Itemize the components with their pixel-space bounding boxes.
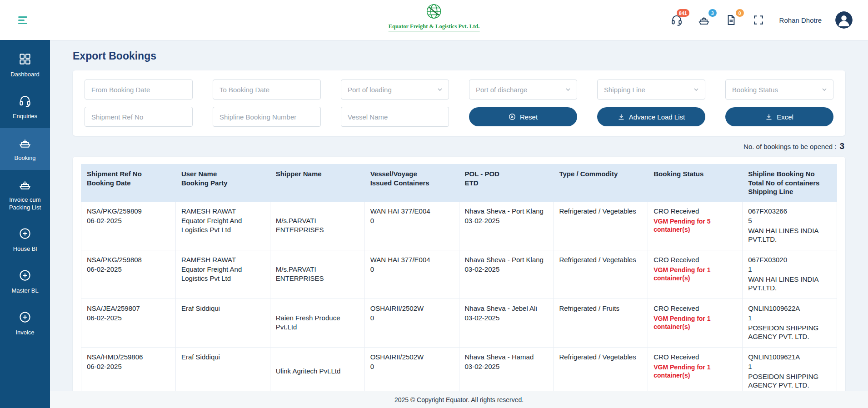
column-header: Shipline Booking NoTotal No of container… [743,164,837,202]
cell-text: WAN HAI LINES INDIA PVT.LTD. [748,275,831,293]
cell-text: Eraf Siddiqui [181,304,264,313]
table-cell: M/s.PARVATI ENTERPRISES [270,250,364,299]
table-cell: Refrigerated / Fruits [554,299,648,347]
column-header-line: ETD [465,179,548,188]
table-row[interactable]: NSA/HMD/25980606-02-2025Eraf SiddiquiUli… [81,347,837,391]
cell-text: NSA/JEA/259807 [87,304,170,313]
column-header-line: POL - POD [465,169,548,179]
bookings-table: Shipment Ref NoBooking DateUser NameBook… [81,164,837,391]
table-cell: Nhava Sheva - Port Klang03-02-2025 [459,201,554,250]
column-header-line: Booking Date [87,179,170,188]
to-booking-date-input[interactable] [213,80,321,100]
cell-text: 067FX03266 [748,207,831,216]
table-row[interactable]: NSA/JEA/25980706-02-2025Eraf SiddiquiRai… [81,299,837,347]
excel-label: Excel [777,113,793,121]
sidebar-item-invoice-cum-packing-list[interactable]: Invoice cum Packing List [0,170,50,219]
table-cell: CRO ReceivedVGM Pending for 1 container(… [648,347,743,391]
sidebar-item-master-bl[interactable]: Master BL [0,261,50,303]
sidebar-item-booking[interactable]: Booking [0,128,50,170]
table-cell: Ulink Agritech Pvt.Ltd [270,347,364,391]
cell-text: 5 [748,216,831,225]
column-header: User NameBooking Party [175,164,270,202]
column-header-line: User Name [181,169,264,179]
download-icon [618,113,625,120]
sidebar-item-label: Dashboard [10,71,40,79]
table-row[interactable]: NSA/PKG/25980806-02-2025RAMESH RAWATEqua… [81,250,837,299]
page-title: Export Bookings [73,50,845,62]
shipline-booking-number-input[interactable] [213,107,321,127]
cell-text: Refrigerated / Fruits [559,304,642,313]
sidebar-item-house-bl[interactable]: House Bl [0,219,50,261]
table-cell: M/s.PARVATI ENTERPRISES [270,201,364,250]
advance-load-list-button[interactable]: Advance Load List [597,107,705,126]
ship-icon [18,178,32,193]
column-header-line: Shipping Line [748,187,831,196]
cell-text: NSA/PKG/259808 [87,255,170,264]
cell-text: 0 [370,313,454,323]
cell-text: 03-02-2025 [465,362,548,371]
table-cell: RAMESH RAWATEquator Freight And Logistic… [175,250,270,299]
table-cell: 067FX030201WAN HAI LINES INDIA PVT.LTD. [743,250,837,299]
hamburger-menu-icon[interactable] [18,16,27,24]
table-cell: CRO ReceivedVGM Pending for 5 container(… [648,201,743,250]
select-value: Shipping Line [604,86,645,94]
filter-panel: Port of loading Port of discharge Shippi… [73,70,845,136]
table-cell: OSHAIRII/2502W0 [364,299,459,347]
vessel-name-input[interactable] [341,107,449,127]
table-cell: Refrigerated / Vegetables [554,250,648,299]
excel-button[interactable]: Excel [725,107,833,126]
cell-text: RAMESH RAWAT [181,207,264,216]
vgm-alert-text: VGM Pending for 1 container(s) [653,314,737,331]
cell-text: 0 [370,265,454,274]
sidebar-item-invoice[interactable]: Invoice [0,303,50,344]
cell-text: M/s.PARVATI ENTERPRISES [276,216,359,234]
shipping-line-select[interactable]: Shipping Line [597,80,705,100]
cell-text: 06-02-2025 [87,216,170,225]
sidebar-nav: DashboardEnquiriesBookingInvoice cum Pac… [0,45,50,344]
port-of-discharge-select[interactable]: Port of discharge [469,80,577,100]
cell-text: QNLIN1009622A [748,304,831,313]
cell-text: 03-02-2025 [465,216,548,225]
file-icon [725,14,738,26]
fullscreen-button[interactable] [752,13,766,27]
vessel-button[interactable]: 3 [698,13,711,27]
select-value: Booking Status [732,86,778,94]
bookings-note: No. of bookings to be opened : 3 [74,141,844,151]
cell-text: 03-02-2025 [465,313,548,323]
table-cell: Nhava Sheva - Jebel Ali03-02-2025 [459,299,554,347]
cell-text: Equator Freight And Logistics Pvt Ltd [181,265,264,283]
table-cell: NSA/PKG/25980906-02-2025 [81,201,176,250]
column-header: Type / Commodity [554,164,648,202]
port-of-loading-select[interactable]: Port of loading [341,80,449,100]
table-cell: Eraf Siddiqui [175,299,270,347]
download-icon [765,113,773,120]
documents-button[interactable]: 0 [725,13,738,27]
table-cell: WAN HAI 377/E0040 [364,250,459,299]
cell-text: Nhava Sheva - Port Klang [465,207,548,216]
vessel-count-badge: 3 [708,9,717,17]
column-header-line: Vessel/Voyage [370,169,454,179]
app-header: Equator Freight & Logistics Pvt. Ltd. 84… [0,0,868,40]
from-booking-date-input[interactable] [85,80,193,100]
headset-icon [18,94,32,109]
table-cell: 067FX032665WAN HAI LINES INDIA PVT.LTD. [743,201,837,250]
cell-text: Refrigerated / Vegetables [559,255,642,264]
booking-status-select[interactable]: Booking Status [725,80,833,100]
chevron-down-icon [565,86,571,93]
reset-button[interactable]: Reset [469,107,577,126]
cell-text: RAMESH RAWAT [181,255,264,264]
cell-text: Ulink Agritech Pvt.Ltd [276,367,359,376]
support-button[interactable]: 841 [670,13,684,27]
sidebar-item-dashboard[interactable]: Dashboard [0,45,50,86]
table-cell: QNLIN1009621A1POSEIDON SHIPPING AGENCY P… [743,347,837,391]
cell-text: 0 [370,362,454,371]
sidebar-item-label: Invoice cum Packing List [2,196,48,212]
table-cell: NSA/HMD/25980606-02-2025 [81,347,176,391]
table-cell: QNLIN1009622A1POSEIDON SHIPPING AGENCY P… [743,299,837,347]
avatar[interactable] [835,11,853,29]
sidebar-item-enquiries[interactable]: Enquiries [0,86,50,128]
column-header-line: Shipper Name [276,169,359,179]
shipment-ref-no-input[interactable] [85,107,193,127]
documents-count-badge: 0 [736,9,744,17]
table-row[interactable]: NSA/PKG/25980906-02-2025RAMESH RAWATEqua… [81,201,837,250]
